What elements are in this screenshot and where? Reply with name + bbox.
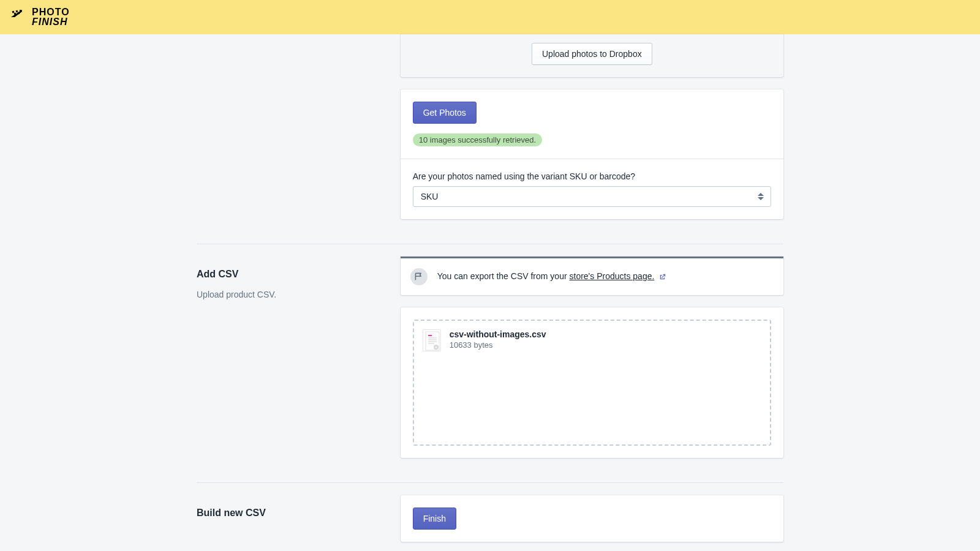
csv-export-banner: You can export the CSV from your store's… [401, 257, 783, 295]
flag-banner-icon [410, 268, 428, 285]
uploaded-file-item: csv-without-images.csv 10633 bytes [423, 329, 761, 351]
file-name: csv-without-images.csv [450, 329, 546, 339]
file-thumb-icon [423, 329, 441, 351]
svg-rect-1 [16, 10, 18, 13]
add-csv-heading: Add CSV [197, 269, 388, 280]
success-badge: 10 images successfully retrieved. [413, 133, 542, 146]
csv-upload-card: csv-without-images.csv 10633 bytes [401, 307, 783, 458]
get-photos-card: Get Photos 10 images successfully retrie… [401, 89, 783, 219]
upload-dropbox-button[interactable]: Upload photos to Dropbox [532, 43, 652, 65]
csv-dropzone[interactable]: csv-without-images.csv 10633 bytes [413, 320, 771, 446]
naming-question-label: Are your photos named using the variant … [413, 171, 771, 181]
flag-icon [11, 10, 29, 24]
get-photos-button[interactable]: Get Photos [413, 102, 477, 124]
upload-dropbox-card: Upload photos to Dropbox [401, 34, 783, 77]
app-header: PHOTO FINISH [0, 0, 980, 34]
brand-logo: PHOTO FINISH [11, 7, 70, 27]
build-csv-card: Finish [401, 495, 783, 542]
brand-text-line1: PHOTO [32, 7, 70, 17]
build-csv-heading: Build new CSV [197, 508, 388, 519]
add-csv-description: Upload product CSV. [197, 290, 388, 299]
external-link-icon [659, 272, 666, 282]
svg-rect-0 [12, 11, 15, 13]
products-page-link[interactable]: store's Products page. [570, 271, 655, 281]
finish-button[interactable]: Finish [413, 508, 456, 530]
banner-prefix-text: You can export the CSV from your [437, 271, 570, 281]
brand-text-line2: FINISH [32, 17, 70, 27]
file-size: 10633 bytes [450, 340, 546, 350]
naming-select[interactable]: SKU [413, 186, 771, 207]
